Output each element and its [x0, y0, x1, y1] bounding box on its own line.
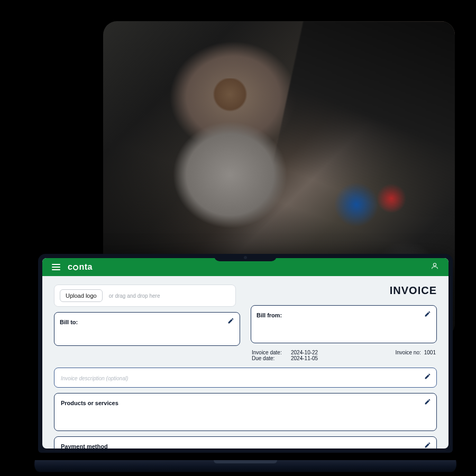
edit-icon[interactable]: [424, 398, 431, 405]
bill-from-field[interactable]: Bill from:: [251, 305, 437, 343]
edit-icon[interactable]: [424, 372, 431, 380]
laptop-base: [32, 460, 459, 472]
products-field[interactable]: Products or services: [54, 393, 437, 431]
invoice-date-label: Invoice date:: [252, 350, 288, 355]
bill-to-label: Bill to:: [60, 319, 78, 325]
invoice-no-value[interactable]: 1001: [424, 350, 436, 355]
payment-method-field[interactable]: Payment method: [54, 436, 437, 448]
logo-upload[interactable]: Upload logo or drag and drop here: [54, 285, 236, 307]
invoice-meta: Invoice date: 2024-10-22 Due date: 2024-…: [251, 349, 437, 361]
products-label: Products or services: [61, 400, 118, 406]
user-icon[interactable]: [431, 262, 439, 272]
due-date-label: Due date:: [252, 355, 288, 361]
description-placeholder: Invoice description (optional): [61, 376, 128, 381]
menu-icon[interactable]: [52, 264, 60, 270]
invoice-form: Upload logo or drag and drop here Bill t…: [42, 276, 448, 448]
edit-icon[interactable]: [227, 317, 234, 324]
upload-hint: or drag and drop here: [109, 293, 160, 299]
invoice-description-field[interactable]: Invoice description (optional): [54, 368, 437, 388]
upload-logo-button[interactable]: Upload logo: [60, 289, 103, 302]
laptop-screen-frame: cnta Upload logo or drag and drop here: [38, 254, 453, 453]
bill-from-label: Bill from:: [257, 312, 282, 318]
brand-logo[interactable]: cnta: [68, 262, 93, 272]
photo-subject: [151, 78, 309, 279]
logo-text-prefix: c: [68, 262, 72, 272]
logo-text-suffix: nta: [79, 262, 93, 272]
page-title: INVOICE: [251, 285, 437, 297]
payment-label: Payment method: [61, 443, 108, 448]
invoice-no-label: Invoice no:: [395, 350, 420, 355]
laptop-notch: [214, 254, 277, 261]
bill-to-field[interactable]: Bill to:: [54, 312, 240, 346]
app-screen: cnta Upload logo or drag and drop here: [42, 258, 448, 448]
laptop-mockup: cnta Upload logo or drag and drop here: [38, 254, 453, 472]
edit-icon[interactable]: [424, 441, 431, 448]
invoice-date-value[interactable]: 2024-10-22: [291, 350, 318, 355]
due-date-value[interactable]: 2024-11-05: [291, 355, 318, 361]
logo-o-icon: [73, 265, 78, 270]
svg-point-0: [433, 263, 436, 266]
edit-icon[interactable]: [424, 310, 431, 317]
